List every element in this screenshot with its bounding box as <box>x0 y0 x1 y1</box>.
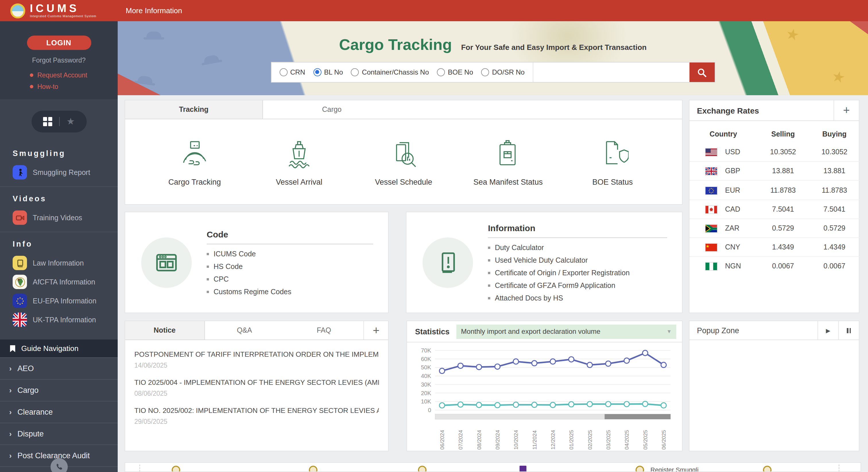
radio-bl-no[interactable]: BL No <box>313 68 343 76</box>
shortcut-cargo-tracking[interactable]: Cargo Tracking <box>152 137 238 186</box>
sidebar-item-afcfta-information[interactable]: AfCFTA Information <box>12 275 118 289</box>
carousel-boundary <box>140 465 140 472</box>
eu-flag-icon <box>12 294 27 308</box>
info-link-gfza-form9[interactable]: Certificate of GFZA Form9 Application <box>488 281 667 289</box>
sea-manifest-icon <box>492 137 524 169</box>
notice-add-button[interactable]: + <box>364 321 388 339</box>
svg-text:50K: 50K <box>421 364 431 370</box>
partner-logo-icon[interactable] <box>520 466 526 472</box>
svg-text:70K: 70K <box>421 347 431 353</box>
fx-row-cad[interactable]: CAD 7.5041 7.5041 <box>689 200 860 218</box>
tab-faq[interactable]: FAQ <box>284 321 364 339</box>
africa-map-icon <box>12 275 27 289</box>
section-heading: Smuggling <box>12 149 118 158</box>
exchange-rates-title: Exchange Rates <box>689 106 834 115</box>
fx-row-zar[interactable]: ZAR 0.5729 0.5729 <box>689 219 860 238</box>
sidebar-item-training-videos[interactable]: Training Videos <box>12 210 118 225</box>
fx-row-ngn[interactable]: NGN 0.0067 0.0067 <box>689 257 860 275</box>
divider <box>59 117 60 126</box>
radio-do-sr-no[interactable]: DO/SR No <box>481 68 524 76</box>
tracking-search-input[interactable] <box>533 63 689 82</box>
tab-notice[interactable]: Notice <box>125 321 205 339</box>
radio-crn[interactable]: CRN <box>279 68 305 76</box>
play-icon[interactable]: ▶ <box>817 321 838 339</box>
shortcut-vessel-schedule[interactable]: Vessel Schedule <box>361 137 446 186</box>
radio-icon <box>279 68 287 76</box>
svg-text:09/2024: 09/2024 <box>495 430 501 450</box>
notice-row[interactable]: TIO 2025/004 - IMPLEMENTATION OF THE ENE… <box>134 378 379 397</box>
info-link-attached-docs-by-hs[interactable]: Attached Docs by HS <box>488 294 667 302</box>
partner-logo-icon[interactable] <box>309 466 317 472</box>
notice-row[interactable]: TIO NO. 2025/002: IMPLEMENTATION OF THE … <box>134 407 379 425</box>
partner-logo-icon[interactable] <box>418 466 427 472</box>
shortcut-boe-status[interactable]: BOE Status <box>569 137 656 186</box>
sidebar-item-law-information[interactable]: Law Information <box>12 256 118 270</box>
fx-row-usd[interactable]: USD 10.3052 10.3052 <box>689 143 860 162</box>
how-to-link[interactable]: How-to <box>30 83 118 90</box>
videos-section: Videos Training Videos <box>0 187 118 232</box>
us-flag-icon <box>706 148 717 156</box>
tab-qa[interactable]: Q&A <box>205 321 284 339</box>
section-heading: Videos <box>12 194 118 203</box>
partner-logo-icon[interactable] <box>636 466 644 472</box>
radio-icon <box>437 68 445 76</box>
pause-icon[interactable] <box>838 321 859 339</box>
svg-text:10K: 10K <box>421 398 431 405</box>
grid-icon[interactable] <box>43 117 52 126</box>
info-link-certificate-of-origin[interactable]: Certificate of Origin / Exporter Registr… <box>488 269 667 277</box>
sidebar: LOGIN Forgot Password? Request Account H… <box>0 21 118 472</box>
tab-cargo[interactable]: Cargo <box>263 100 401 119</box>
svg-text:03/2025: 03/2025 <box>606 430 611 450</box>
column-selling: Selling <box>757 125 809 143</box>
guide-navigation-header[interactable]: Guide Navigation <box>0 339 118 357</box>
canada-flag-icon <box>706 206 717 213</box>
brand[interactable]: ICUMS Integrated Customs Management Syst… <box>0 3 118 19</box>
tab-tracking[interactable]: Tracking <box>125 100 263 119</box>
fx-row-eur[interactable]: EUR 11.8783 11.8783 <box>689 181 860 200</box>
nav-item-clearance[interactable]: ›Clearance <box>0 401 118 423</box>
radio-container-chassis-no[interactable]: Container/Chassis No <box>351 68 429 76</box>
popup-zone-card: Popup Zone ▶ <box>689 321 859 451</box>
shortcut-sea-manifest-status[interactable]: Sea Manifest Status <box>465 137 551 186</box>
sidebar-item-eu-epa-information[interactable]: EU-EPA Information <box>12 294 118 308</box>
fx-row-gbp[interactable]: GBP 13.881 13.881 <box>689 162 860 180</box>
svg-text:08/2024: 08/2024 <box>476 430 482 450</box>
login-button[interactable]: LOGIN <box>27 36 91 50</box>
more-information-link[interactable]: More Information <box>126 6 182 15</box>
info-link-duty-calculator[interactable]: Duty Calculator <box>488 243 667 251</box>
search-button[interactable] <box>689 63 714 82</box>
info-link-used-vehicle-duty-calculator[interactable]: Used Vehicle Duty Calculator <box>488 256 667 264</box>
statistics-metric-dropdown[interactable]: Monthly import and export declaration vo… <box>456 324 676 339</box>
star-icon[interactable]: ★ <box>67 117 75 126</box>
svg-text:11/2024: 11/2024 <box>532 430 538 450</box>
code-link-hs-code[interactable]: HS Code <box>207 262 373 270</box>
code-link-customs-regime-codes[interactable]: Customs Regime Codes <box>207 288 373 296</box>
shortcut-vessel-arrival[interactable]: Vessel Arrival <box>256 137 342 186</box>
code-link-cpc[interactable]: CPC <box>207 275 373 283</box>
notice-row[interactable]: POSTPONEMENT OF TARIFF INTERPRETATION OR… <box>134 350 379 369</box>
partner-logo-icon[interactable] <box>172 466 180 472</box>
svg-text:05/2025: 05/2025 <box>642 430 648 450</box>
svg-text:07/2024: 07/2024 <box>458 430 464 450</box>
svg-text:01/2025: 01/2025 <box>568 430 575 450</box>
radio-boe-no[interactable]: BOE No <box>437 68 473 76</box>
sidebar-item-uk-tpa-information[interactable]: UK-TPA Information <box>12 312 118 327</box>
nav-item-cargo[interactable]: ›Cargo <box>0 379 118 401</box>
nav-item-aeo[interactable]: ›AEO <box>0 357 118 379</box>
partner-logo-icon[interactable] <box>763 466 772 472</box>
sidebar-item-smuggling-report[interactable]: Smuggling Report <box>12 165 118 179</box>
svg-text:40K: 40K <box>421 373 431 379</box>
exchange-add-button[interactable]: + <box>834 100 859 121</box>
page-subtitle: For Your Safe and Easy Import & Export T… <box>461 43 646 52</box>
svg-text:06/2025: 06/2025 <box>661 430 667 450</box>
radio-icon <box>351 68 359 76</box>
search-type-options: CRN BL No Container/Chassis No BOE No DO… <box>271 63 533 82</box>
topbar: ICUMS Integrated Customs Management Syst… <box>0 0 868 21</box>
fx-row-cny[interactable]: CNY 1.4349 1.4349 <box>689 238 860 257</box>
request-account-link[interactable]: Request Account <box>30 72 118 78</box>
brand-name: ICUMS <box>30 3 96 14</box>
partner-logos-strip: Register Smuggli <box>125 462 861 472</box>
code-link-icums-code[interactable]: ICUMS Code <box>207 250 373 258</box>
forgot-password-link[interactable]: Forgot Password? <box>0 57 118 64</box>
nav-item-dispute[interactable]: ›Dispute <box>0 423 118 444</box>
